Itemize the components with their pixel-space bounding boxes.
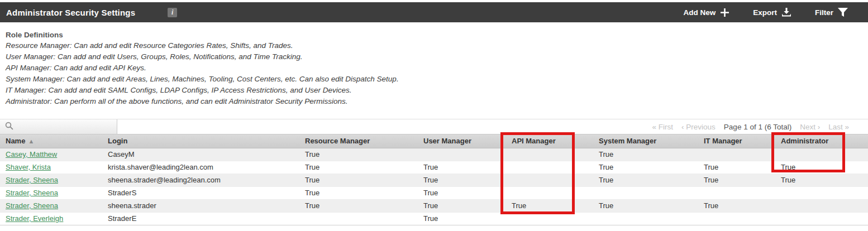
cell-login: StraderE bbox=[102, 212, 299, 225]
filter-button[interactable]: Filter bbox=[812, 7, 851, 17]
column-header-it-manager[interactable]: IT Manager bbox=[698, 134, 775, 148]
cell-it-manager: True bbox=[698, 199, 775, 212]
column-header-administrator[interactable]: Administrator bbox=[775, 134, 868, 148]
plus-icon bbox=[720, 8, 729, 17]
table-row: Shaver, Kristakrista.shaver@leading2lean… bbox=[0, 161, 868, 174]
sort-ascending-icon: ▲ bbox=[25, 138, 34, 145]
cell-system-manager bbox=[593, 212, 698, 225]
cell-resource-manager: True bbox=[299, 186, 418, 199]
cell-administrator bbox=[775, 199, 868, 212]
info-icon[interactable]: i bbox=[168, 8, 177, 17]
add-new-label: Add New bbox=[683, 8, 716, 17]
add-new-button[interactable]: Add New bbox=[680, 7, 733, 18]
cell-user-manager bbox=[418, 148, 506, 161]
filter-icon bbox=[838, 8, 848, 17]
cell-system-manager: True bbox=[593, 199, 698, 212]
cell-api-manager bbox=[506, 212, 593, 225]
column-header-login[interactable]: Login bbox=[102, 134, 299, 148]
role-definition-user-manager: User Manager: Can add and edit Users, Gr… bbox=[6, 51, 862, 62]
column-header-system-manager[interactable]: System Manager bbox=[593, 134, 698, 148]
cell-user-manager: True bbox=[418, 174, 506, 186]
search-icon bbox=[5, 122, 13, 132]
search-box[interactable] bbox=[0, 119, 117, 134]
column-header-name[interactable]: Name▲ bbox=[0, 134, 102, 148]
pagination-first[interactable]: « First bbox=[652, 123, 674, 131]
cell-user-manager: True bbox=[418, 161, 506, 174]
cell-it-manager bbox=[698, 212, 775, 225]
role-definition-api-manager: API Manager: Can add and edit API Keys. bbox=[6, 62, 862, 74]
cell-login: krista.shaver@leading2lean.com bbox=[102, 161, 299, 174]
cell-name: Casey, Matthew bbox=[0, 148, 102, 161]
table-body: Casey, MatthewCaseyMTrueTrueShaver, Kris… bbox=[0, 148, 868, 225]
cell-system-manager: True bbox=[593, 174, 698, 186]
role-definition-resource-manager: Resource Manager: Can add and edit Resou… bbox=[6, 40, 862, 51]
cell-it-manager: True bbox=[698, 174, 775, 186]
cell-user-manager: True bbox=[418, 199, 506, 212]
cell-administrator: True bbox=[775, 174, 868, 186]
cell-api-manager bbox=[506, 148, 593, 161]
cell-user-manager: True bbox=[418, 186, 506, 199]
user-link[interactable]: Strader, Sheena bbox=[6, 176, 58, 184]
cell-name: Strader, Sheena bbox=[0, 199, 102, 212]
cell-administrator bbox=[775, 186, 868, 199]
cell-system-manager: True bbox=[593, 148, 698, 161]
cell-administrator bbox=[775, 212, 868, 225]
cell-system-manager: True bbox=[593, 161, 698, 174]
cell-name: Shaver, Krista bbox=[0, 161, 102, 174]
column-header-resource-manager[interactable]: Resource Manager bbox=[299, 134, 418, 148]
cell-resource-manager: True bbox=[299, 161, 418, 174]
cell-api-manager bbox=[506, 161, 593, 174]
cell-name: Strader, Sheena bbox=[0, 186, 102, 199]
cell-resource-manager bbox=[299, 212, 418, 225]
role-definitions-heading: Role Definitions bbox=[6, 30, 862, 40]
cell-user-manager: True bbox=[418, 212, 506, 225]
cell-system-manager bbox=[593, 186, 698, 199]
title-bar-actions: Add New Export Filter bbox=[680, 7, 868, 18]
grid-toolbar: « First ‹ Previous Page 1 of 1 (6 Total)… bbox=[0, 119, 868, 134]
cell-administrator bbox=[775, 148, 868, 161]
cell-administrator: True bbox=[775, 161, 868, 174]
user-roles-grid: « First ‹ Previous Page 1 of 1 (6 Total)… bbox=[0, 119, 868, 225]
cell-it-manager bbox=[698, 186, 775, 199]
cell-name: Strader, Sheena bbox=[0, 174, 102, 186]
user-link[interactable]: Casey, Matthew bbox=[6, 150, 57, 158]
export-button[interactable]: Export bbox=[750, 7, 795, 17]
cell-resource-manager: True bbox=[299, 174, 418, 186]
title-bar: Administrator Security Settings i Add Ne… bbox=[0, 2, 868, 22]
cell-it-manager: True bbox=[698, 161, 775, 174]
user-link[interactable]: Strader, Everleigh bbox=[6, 214, 63, 223]
cell-name: Strader, Everleigh bbox=[0, 212, 102, 225]
cell-resource-manager: True bbox=[299, 199, 418, 212]
search-input[interactable] bbox=[13, 123, 118, 131]
cell-login: sheena.strader bbox=[102, 199, 299, 212]
role-definition-system-manager: System Manager: Can add and edit Areas, … bbox=[6, 74, 862, 85]
download-icon bbox=[781, 8, 791, 17]
table-row: Strader, Sheenasheena.straderTrueTrueTru… bbox=[0, 199, 868, 212]
user-link[interactable]: Strader, Sheena bbox=[6, 189, 58, 197]
cell-login: sheena.strader@leading2lean.com bbox=[102, 174, 299, 186]
cell-resource-manager: True bbox=[299, 148, 418, 161]
column-header-user-manager[interactable]: User Manager bbox=[418, 134, 506, 148]
pagination-last[interactable]: Last » bbox=[828, 123, 849, 131]
cell-login: StraderS bbox=[102, 186, 299, 199]
cell-it-manager bbox=[698, 148, 775, 161]
page-title: Administrator Security Settings bbox=[0, 8, 135, 17]
pagination: « First ‹ Previous Page 1 of 1 (6 Total)… bbox=[652, 119, 868, 134]
column-header-name-label: Name bbox=[6, 137, 25, 145]
cell-api-manager bbox=[506, 174, 593, 186]
cell-login: CaseyM bbox=[102, 148, 299, 161]
user-link[interactable]: Shaver, Krista bbox=[6, 163, 51, 171]
pagination-page-info: Page 1 of 1 (6 Total) bbox=[724, 123, 791, 131]
user-link[interactable]: Strader, Sheena bbox=[6, 201, 58, 210]
export-label: Export bbox=[753, 8, 777, 17]
role-definition-administrator: Administrator: Can perform all of the ab… bbox=[6, 96, 862, 107]
user-roles-table: Name▲ Login Resource Manager User Manage… bbox=[0, 134, 868, 225]
table-row: Casey, MatthewCaseyMTrueTrue bbox=[0, 148, 868, 161]
pagination-next[interactable]: Next › bbox=[800, 123, 820, 131]
cell-api-manager bbox=[506, 186, 593, 199]
pagination-previous[interactable]: ‹ Previous bbox=[681, 123, 716, 131]
column-header-api-manager[interactable]: API Manager bbox=[506, 134, 593, 148]
filter-label: Filter bbox=[815, 8, 833, 17]
role-definition-it-manager: IT Manager: Can add and edit SAML Config… bbox=[6, 85, 862, 96]
table-row: Strader, EverleighStraderETrue bbox=[0, 212, 868, 225]
